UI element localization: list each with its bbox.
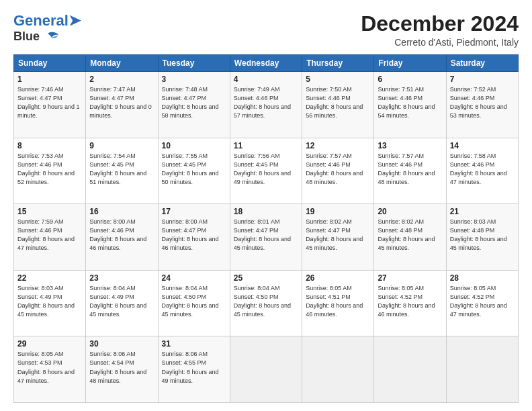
calendar-week-row: 22 Sunrise: 8:03 AM Sunset: 4:49 PM Dayl…	[14, 270, 519, 336]
day-detail: Sunrise: 8:05 AM Sunset: 4:52 PM Dayligh…	[450, 284, 515, 319]
calendar-table: SundayMondayTuesdayWednesdayThursdayFrid…	[13, 54, 519, 403]
day-number: 4	[234, 75, 298, 84]
day-detail: Sunrise: 7:55 AM Sunset: 4:45 PM Dayligh…	[162, 152, 226, 187]
day-detail: Sunrise: 7:47 AM Sunset: 4:47 PM Dayligh…	[89, 85, 154, 120]
day-number: 8	[17, 141, 82, 150]
calendar-day-cell: 31 Sunrise: 8:06 AM Sunset: 4:55 PM Dayl…	[158, 336, 230, 403]
calendar-day-cell: 26 Sunrise: 8:05 AM Sunset: 4:51 PM Dayl…	[302, 270, 374, 336]
day-number: 3	[162, 75, 226, 84]
calendar-day-cell: 22 Sunrise: 8:03 AM Sunset: 4:49 PM Dayl…	[14, 270, 86, 336]
calendar-day-cell: 29 Sunrise: 8:05 AM Sunset: 4:53 PM Dayl…	[14, 336, 86, 403]
header: General➤ Blue December 2024 Cerreto d'As…	[13, 12, 519, 48]
day-detail: Sunrise: 7:58 AM Sunset: 4:46 PM Dayligh…	[450, 152, 515, 187]
calendar-day-cell: 12 Sunrise: 7:57 AM Sunset: 4:46 PM Dayl…	[302, 138, 374, 204]
day-detail: Sunrise: 8:00 AM Sunset: 4:46 PM Dayligh…	[89, 218, 154, 253]
logo-text: General➤	[13, 12, 81, 30]
day-detail: Sunrise: 7:52 AM Sunset: 4:46 PM Dayligh…	[450, 85, 515, 120]
main-title: December 2024	[361, 12, 519, 36]
calendar-week-row: 15 Sunrise: 7:59 AM Sunset: 4:46 PM Dayl…	[14, 204, 519, 271]
calendar-day-cell: 27 Sunrise: 8:05 AM Sunset: 4:52 PM Dayl…	[374, 270, 446, 336]
day-number: 2	[89, 75, 154, 84]
day-number: 21	[450, 207, 515, 216]
day-detail: Sunrise: 7:57 AM Sunset: 4:46 PM Dayligh…	[306, 152, 370, 187]
day-detail: Sunrise: 7:49 AM Sunset: 4:46 PM Dayligh…	[234, 85, 298, 120]
day-number: 12	[306, 141, 370, 150]
calendar-day-cell: 17 Sunrise: 8:00 AM Sunset: 4:47 PM Dayl…	[158, 204, 230, 271]
day-detail: Sunrise: 8:04 AM Sunset: 4:50 PM Dayligh…	[234, 284, 298, 319]
day-number: 7	[450, 75, 515, 84]
day-detail: Sunrise: 7:50 AM Sunset: 4:46 PM Dayligh…	[306, 85, 370, 120]
day-number: 5	[306, 75, 370, 84]
calendar-day-cell: 5 Sunrise: 7:50 AM Sunset: 4:46 PM Dayli…	[302, 72, 374, 138]
day-detail: Sunrise: 8:06 AM Sunset: 4:54 PM Dayligh…	[89, 350, 154, 385]
page: General➤ Blue December 2024 Cerreto d'As…	[0, 0, 532, 411]
day-detail: Sunrise: 7:59 AM Sunset: 4:46 PM Dayligh…	[17, 218, 82, 253]
logo-bird-icon	[40, 31, 60, 43]
calendar-day-cell: 9 Sunrise: 7:54 AM Sunset: 4:45 PM Dayli…	[86, 138, 158, 204]
day-number: 27	[378, 273, 442, 283]
calendar-day-header: Thursday	[302, 55, 374, 72]
day-number: 29	[17, 339, 82, 349]
day-number: 31	[162, 339, 226, 349]
calendar-week-row: 1 Sunrise: 7:46 AM Sunset: 4:47 PM Dayli…	[14, 72, 519, 138]
day-number: 19	[306, 207, 370, 216]
calendar-header-row: SundayMondayTuesdayWednesdayThursdayFrid…	[14, 55, 519, 72]
day-detail: Sunrise: 7:57 AM Sunset: 4:46 PM Dayligh…	[378, 152, 442, 187]
calendar-day-cell: 6 Sunrise: 7:51 AM Sunset: 4:46 PM Dayli…	[374, 72, 446, 138]
calendar-day-cell	[374, 336, 446, 403]
day-detail: Sunrise: 8:03 AM Sunset: 4:49 PM Dayligh…	[17, 284, 82, 319]
calendar-day-cell: 21 Sunrise: 8:03 AM Sunset: 4:48 PM Dayl…	[446, 204, 518, 271]
day-number: 30	[89, 339, 154, 349]
day-number: 25	[234, 273, 298, 283]
calendar-week-row: 8 Sunrise: 7:53 AM Sunset: 4:46 PM Dayli…	[14, 138, 519, 204]
calendar-day-cell	[302, 336, 374, 403]
calendar-day-cell: 28 Sunrise: 8:05 AM Sunset: 4:52 PM Dayl…	[446, 270, 518, 336]
calendar-day-cell: 7 Sunrise: 7:52 AM Sunset: 4:46 PM Dayli…	[446, 72, 518, 138]
day-number: 15	[17, 207, 82, 216]
day-number: 6	[378, 75, 442, 84]
day-number: 20	[378, 207, 442, 216]
day-number: 18	[234, 207, 298, 216]
day-number: 9	[89, 141, 154, 150]
day-number: 14	[450, 141, 515, 150]
calendar-day-cell: 3 Sunrise: 7:48 AM Sunset: 4:47 PM Dayli…	[158, 72, 230, 138]
day-number: 22	[17, 273, 82, 283]
calendar-day-cell: 4 Sunrise: 7:49 AM Sunset: 4:46 PM Dayli…	[230, 72, 302, 138]
sub-title: Cerreto d'Asti, Piedmont, Italy	[361, 37, 519, 48]
logo: General➤ Blue	[13, 12, 81, 44]
day-number: 28	[450, 273, 515, 283]
calendar-day-cell: 20 Sunrise: 8:02 AM Sunset: 4:48 PM Dayl…	[374, 204, 446, 271]
calendar-day-header: Saturday	[446, 55, 518, 72]
day-detail: Sunrise: 8:01 AM Sunset: 4:47 PM Dayligh…	[234, 218, 298, 253]
calendar-day-cell: 24 Sunrise: 8:04 AM Sunset: 4:50 PM Dayl…	[158, 270, 230, 336]
calendar-day-cell: 2 Sunrise: 7:47 AM Sunset: 4:47 PM Dayli…	[86, 72, 158, 138]
day-detail: Sunrise: 8:05 AM Sunset: 4:53 PM Dayligh…	[17, 350, 82, 385]
day-detail: Sunrise: 7:56 AM Sunset: 4:45 PM Dayligh…	[234, 152, 298, 187]
day-number: 1	[17, 75, 82, 84]
calendar-day-cell: 13 Sunrise: 7:57 AM Sunset: 4:46 PM Dayl…	[374, 138, 446, 204]
calendar-day-cell: 10 Sunrise: 7:55 AM Sunset: 4:45 PM Dayl…	[158, 138, 230, 204]
day-number: 17	[162, 207, 226, 216]
day-detail: Sunrise: 7:53 AM Sunset: 4:46 PM Dayligh…	[17, 152, 82, 187]
calendar-day-cell: 11 Sunrise: 7:56 AM Sunset: 4:45 PM Dayl…	[230, 138, 302, 204]
calendar-day-cell: 1 Sunrise: 7:46 AM Sunset: 4:47 PM Dayli…	[14, 72, 86, 138]
day-detail: Sunrise: 8:03 AM Sunset: 4:48 PM Dayligh…	[450, 218, 515, 253]
calendar-day-cell	[446, 336, 518, 403]
day-number: 16	[89, 207, 154, 216]
day-number: 26	[306, 273, 370, 283]
calendar-week-row: 29 Sunrise: 8:05 AM Sunset: 4:53 PM Dayl…	[14, 336, 519, 403]
day-detail: Sunrise: 8:00 AM Sunset: 4:47 PM Dayligh…	[162, 218, 226, 253]
day-number: 11	[234, 141, 298, 150]
calendar-day-cell: 30 Sunrise: 8:06 AM Sunset: 4:54 PM Dayl…	[86, 336, 158, 403]
calendar-day-cell: 18 Sunrise: 8:01 AM Sunset: 4:47 PM Dayl…	[230, 204, 302, 271]
day-detail: Sunrise: 8:04 AM Sunset: 4:49 PM Dayligh…	[89, 284, 154, 319]
calendar-day-cell: 23 Sunrise: 8:04 AM Sunset: 4:49 PM Dayl…	[86, 270, 158, 336]
calendar-day-header: Wednesday	[230, 55, 302, 72]
day-detail: Sunrise: 7:48 AM Sunset: 4:47 PM Dayligh…	[162, 85, 226, 120]
day-detail: Sunrise: 8:06 AM Sunset: 4:55 PM Dayligh…	[162, 350, 226, 385]
day-detail: Sunrise: 8:04 AM Sunset: 4:50 PM Dayligh…	[162, 284, 226, 319]
calendar-day-header: Friday	[374, 55, 446, 72]
day-detail: Sunrise: 8:02 AM Sunset: 4:47 PM Dayligh…	[306, 218, 370, 253]
calendar-day-cell: 19 Sunrise: 8:02 AM Sunset: 4:47 PM Dayl…	[302, 204, 374, 271]
day-detail: Sunrise: 8:05 AM Sunset: 4:51 PM Dayligh…	[306, 284, 370, 319]
